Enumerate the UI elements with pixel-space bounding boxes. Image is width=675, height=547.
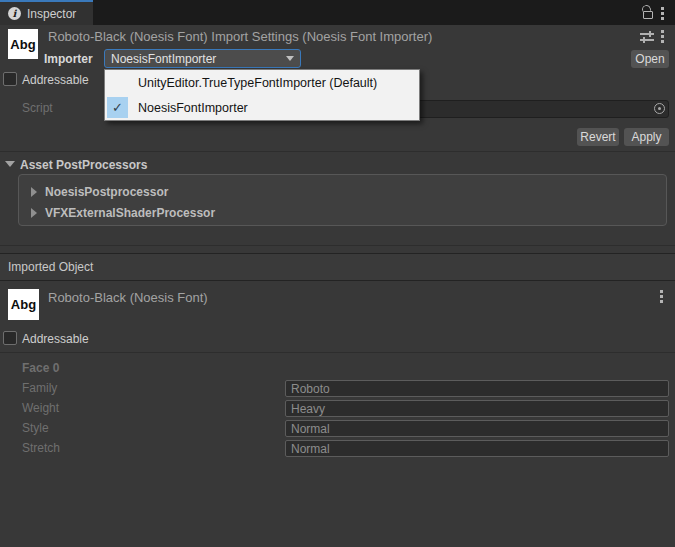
addressable-label-2: Addressable [22,332,89,346]
info-icon: i [8,7,21,20]
script-label: Script [22,101,53,115]
object-picker-icon [654,103,665,114]
tab-inspector[interactable]: i Inspector [0,0,93,25]
tab-menu-kebab-icon[interactable] [661,7,664,20]
stretch-value: Normal [291,442,330,456]
importer-label: Importer [44,52,93,66]
foldout-closed-icon [31,208,37,218]
style-value: Normal [291,422,330,436]
family-field: Roboto [285,380,669,397]
font-asset-icon: Abg [8,289,39,320]
menu-gutter [105,70,129,95]
foldout-open-icon[interactable] [5,161,15,167]
weight-value: Heavy [291,402,325,416]
unlock-icon[interactable] [642,6,654,19]
tab-label: Inspector [27,7,76,21]
revert-button[interactable]: Revert [577,128,619,146]
divider [0,245,675,246]
tab-bar: i Inspector [0,0,675,25]
stretch-label: Stretch [22,441,60,455]
menu-item-label: NoesisFontImporter [129,101,248,115]
font-asset-icon: Abg [8,29,38,59]
apply-button[interactable]: Apply [624,128,669,146]
stretch-field: Normal [285,440,669,457]
postprocessor-name: VFXExternalShaderProcessor [45,206,215,220]
menu-gutter: ✓ [105,95,129,120]
style-field: Normal [285,420,669,437]
postprocessor-name: NoesisPostprocessor [45,185,168,199]
presets-icon[interactable] [640,31,654,43]
face-0-label: Face 0 [22,361,59,375]
chevron-down-icon [286,56,294,61]
divider [0,151,675,152]
postprocessors-foldout[interactable]: Asset PostProcessors [20,158,147,172]
menu-item-noesis-importer[interactable]: ✓ NoesisFontImporter [105,95,419,120]
check-icon: ✓ [107,97,128,118]
family-value: Roboto [291,382,330,396]
menu-item-truetype-importer[interactable]: UnityEditor.TrueTypeFontImporter (Defaul… [105,70,419,95]
weight-field: Heavy [285,400,669,417]
imported-object-kebab-icon[interactable] [660,290,663,303]
postprocessors-box: NoesisPostprocessor VFXExternalShaderPro… [18,174,667,226]
family-label: Family [22,381,57,395]
importer-dropdown[interactable]: NoesisFontImporter [104,49,301,68]
import-settings-title: Roboto-Black (Noesis Font) Import Settin… [48,29,432,44]
addressable-checkbox[interactable] [3,72,17,86]
foldout-closed-icon [31,187,37,197]
imported-object-bar: Imported Object [0,253,675,281]
weight-label: Weight [22,401,59,415]
open-button[interactable]: Open [631,50,669,68]
imported-object-title: Roboto-Black (Noesis Font) [48,290,208,305]
addressable-checkbox-2[interactable] [3,331,17,345]
style-label: Style [22,421,49,435]
importer-dropdown-value: NoesisFontImporter [111,52,286,66]
importer-dropdown-menu: UnityEditor.TrueTypeFontImporter (Defaul… [104,69,420,121]
imported-object-label: Imported Object [8,260,93,274]
postprocessor-item[interactable]: VFXExternalShaderProcessor [31,204,215,222]
addressable-label: Addressable [22,73,89,87]
menu-item-label: UnityEditor.TrueTypeFontImporter (Defaul… [129,76,377,90]
divider [0,352,675,353]
inspector-window: i Inspector Abg Roboto-Black (Noesis Fon… [0,0,675,547]
postprocessor-item[interactable]: NoesisPostprocessor [31,183,168,201]
header-kebab-icon[interactable] [661,30,664,43]
